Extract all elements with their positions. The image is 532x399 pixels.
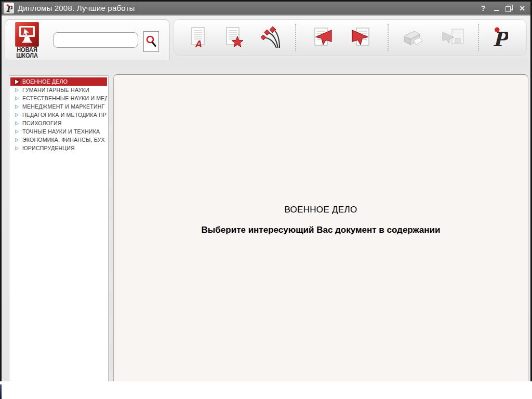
tree-item-label: ЭКОНОМИКА, ФИНАНСЫ, БУХ <box>22 137 105 143</box>
document-arrow-left-icon <box>309 26 335 49</box>
toolbar-separator <box>388 24 389 51</box>
minimize-icon <box>494 10 499 11</box>
tree-item-label: ПЕДАГОГИКА И МЕТОДИКА ПР <box>22 112 107 118</box>
tree-item[interactable]: ВОЕННОЕ ДЕЛО <box>10 77 107 86</box>
minimize-button[interactable] <box>492 4 500 12</box>
brand-p-glyph: P <box>5 4 12 13</box>
app-logo-icon: P <box>4 3 14 14</box>
print-button[interactable] <box>400 26 427 49</box>
restore-icon-front <box>506 6 511 12</box>
expand-arrow-icon[interactable] <box>14 129 20 135</box>
expand-arrow-icon[interactable] <box>14 145 20 151</box>
document-star-icon <box>223 26 244 49</box>
titlebar: P Дипломы 2008. Лучшие работы ? ✕ <box>2 2 530 15</box>
document-text-button[interactable]: A <box>187 25 210 50</box>
brand-monitor-icon <box>15 22 39 47</box>
expand-arrow-icon[interactable] <box>14 112 20 118</box>
print-icon <box>401 27 426 48</box>
expand-arrow-icon[interactable] <box>14 137 20 143</box>
tree-item-label: ПСИХОЛОГИЯ <box>22 120 62 126</box>
brand-line2: ШКОЛА <box>14 52 41 59</box>
print-setup-icon <box>441 27 466 48</box>
document-fan-icon <box>259 26 283 49</box>
tree-item[interactable]: МЕНЕДЖМЕНТ И МАРКЕТИНГ <box>10 102 107 111</box>
category-tree: ВОЕННОЕ ДЕЛО ГУМАНИТАРНЫЕ НАУКИ <box>9 76 108 382</box>
tree-item-label: ЕСТЕСТВЕННЫЕ НАУКИ И МЕД <box>22 95 107 101</box>
expand-arrow-icon[interactable] <box>14 121 20 126</box>
close-button[interactable]: ✕ <box>518 4 526 12</box>
expand-arrow-icon[interactable] <box>14 79 20 85</box>
tree-item[interactable]: ТОЧНЫЕ НАУКИ И ТЕХНИКА <box>10 127 107 136</box>
tree-item-label: ЮРИСПРУДЕНЦИЯ <box>22 145 75 151</box>
svg-text:P: P <box>493 28 508 48</box>
screen: P Дипломы 2008. Лучшие работы ? ✕ <box>0 0 532 399</box>
window-title: Дипломы 2008. Лучшие работы <box>18 4 479 12</box>
brand-logo-button[interactable]: P <box>490 25 509 49</box>
brand-text: НОВАЯ ШКОЛА <box>14 47 41 59</box>
window-controls: ? ✕ <box>479 4 526 12</box>
tree-item-label: ГУМАНИТАРНЫЕ НАУКИ <box>22 87 89 93</box>
brand-logo: НОВАЯ ШКОЛА <box>14 22 41 58</box>
tree-item[interactable]: ГУМАНИТАРНЫЕ НАУКИ <box>10 86 107 94</box>
category-heading: ВОЕННОЕ ДЕЛО <box>114 205 528 215</box>
document-letter-icon: A <box>188 26 209 49</box>
desktop-edge <box>0 384 2 399</box>
previous-document-button[interactable] <box>308 25 336 50</box>
desktop-below-window <box>0 381 532 399</box>
tree-item-label: ТОЧНЫЕ НАУКИ И ТЕХНИКА <box>22 128 100 135</box>
document-arrow-right-icon <box>349 26 375 49</box>
search-input[interactable] <box>53 32 138 48</box>
document-favorite-button[interactable] <box>222 25 245 50</box>
svg-text:A: A <box>195 39 202 49</box>
document-view: ВОЕННОЕ ДЕЛО Выберите интересующий Вас д… <box>113 74 528 393</box>
tree-item[interactable]: ЮРИСПРУДЕНЦИЯ <box>10 144 107 152</box>
tree-item[interactable]: ПСИХОЛОГИЯ <box>10 119 107 127</box>
window-body: НОВАЯ ШКОЛА A <box>2 15 530 382</box>
expand-arrow-icon[interactable] <box>14 87 20 93</box>
expand-arrow-icon[interactable] <box>14 96 20 101</box>
next-document-button[interactable] <box>348 25 376 50</box>
category-sidebar: ВОЕННОЕ ДЕЛО ГУМАНИТАРНЫЕ НАУКИ <box>9 75 109 395</box>
toolbar-separator <box>478 24 479 51</box>
tree-item[interactable]: ПЕДАГОГИКА И МЕТОДИКА ПР <box>10 111 107 119</box>
search-tab-panel: НОВАЯ ШКОЛА <box>5 19 170 60</box>
brand-p-icon: P <box>491 26 508 48</box>
app-window: P Дипломы 2008. Лучшие работы ? ✕ <box>0 0 532 381</box>
print-setup-button[interactable] <box>440 26 467 49</box>
expand-arrow-icon[interactable] <box>14 104 20 110</box>
toolbar-separator <box>295 24 296 51</box>
search-button[interactable] <box>143 31 159 52</box>
tree-item-label: ВОЕННОЕ ДЕЛО <box>22 78 68 85</box>
tree-item[interactable]: ЭКОНОМИКА, ФИНАНСЫ, БУХ <box>10 136 107 144</box>
main-toolbar: A <box>173 19 527 56</box>
search-icon <box>145 34 157 49</box>
instruction-text: Выберите интересующий Вас документ в сод… <box>114 225 528 235</box>
tree-item-label: МЕНЕДЖМЕНТ И МАРКЕТИНГ <box>22 103 104 110</box>
tree-item[interactable]: ЕСТЕСТВЕННЫЕ НАУКИ И МЕД <box>10 94 107 102</box>
restore-button[interactable] <box>505 4 513 12</box>
contents-button[interactable] <box>258 25 284 50</box>
svg-text:P: P <box>6 4 12 13</box>
help-button[interactable]: ? <box>479 4 487 12</box>
